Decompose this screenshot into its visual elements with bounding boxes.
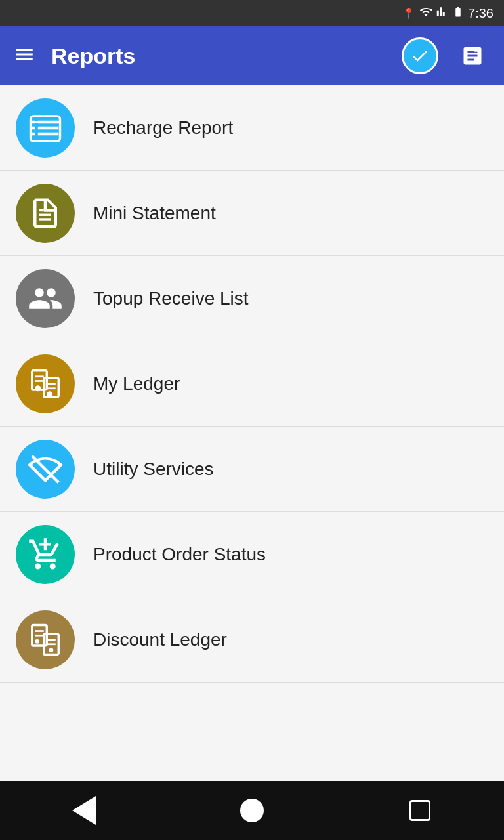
menu-item-recharge-report[interactable]: Recharge Report	[0, 85, 504, 171]
menu-item-topup-receive-list[interactable]: Topup Receive List	[0, 256, 504, 341]
home-button[interactable]	[232, 791, 272, 830]
menu-item-utility-services[interactable]: Utility Services	[0, 427, 504, 512]
menu-item-product-order-status[interactable]: Product Order Status	[0, 512, 504, 597]
my-ledger-label: My Ledger	[93, 373, 180, 394]
hamburger-menu-icon[interactable]	[13, 43, 35, 69]
product-order-status-icon	[16, 525, 75, 584]
svg-point-12	[47, 391, 52, 397]
wifi-icon	[419, 5, 432, 21]
recents-icon	[410, 800, 430, 821]
menu-item-my-ledger[interactable]: My Ledger	[0, 341, 504, 427]
my-ledger-icon	[16, 354, 75, 413]
back-button[interactable]	[64, 791, 104, 830]
discount-ledger-label: Discount Ledger	[93, 629, 227, 650]
mini-statement-label: Mini Statement	[93, 203, 216, 224]
svg-point-11	[35, 385, 41, 391]
topup-receive-list-icon	[16, 269, 75, 328]
page-title: Reports	[51, 43, 386, 69]
product-order-status-label: Product Order Status	[93, 544, 266, 565]
mini-statement-icon	[16, 184, 75, 243]
check-button[interactable]	[402, 37, 438, 74]
export-button[interactable]	[454, 37, 491, 74]
signal-icon	[436, 5, 448, 21]
app-bar: Reports	[0, 26, 504, 85]
status-icons: 📍 7:36	[402, 5, 494, 21]
menu-item-mini-statement[interactable]: Mini Statement	[0, 171, 504, 256]
discount-ledger-icon	[16, 610, 75, 669]
recents-button[interactable]	[400, 791, 440, 830]
recharge-report-label: Recharge Report	[93, 117, 233, 138]
recharge-report-icon	[16, 98, 75, 158]
utility-services-icon	[16, 440, 75, 499]
time-display: 7:36	[468, 6, 494, 21]
back-icon	[72, 796, 96, 825]
menu-list: Recharge Report Mini Statement Topup Rec…	[0, 85, 504, 781]
nav-bar	[0, 781, 504, 840]
menu-item-discount-ledger[interactable]: Discount Ledger	[0, 597, 504, 682]
topup-receive-list-label: Topup Receive List	[93, 288, 249, 309]
home-icon	[240, 799, 264, 822]
svg-point-21	[49, 648, 54, 652]
location-icon: 📍	[402, 7, 415, 20]
utility-services-label: Utility Services	[93, 459, 214, 480]
status-bar: 📍 7:36	[0, 0, 504, 26]
battery-icon	[452, 5, 464, 21]
svg-point-20	[35, 639, 39, 643]
